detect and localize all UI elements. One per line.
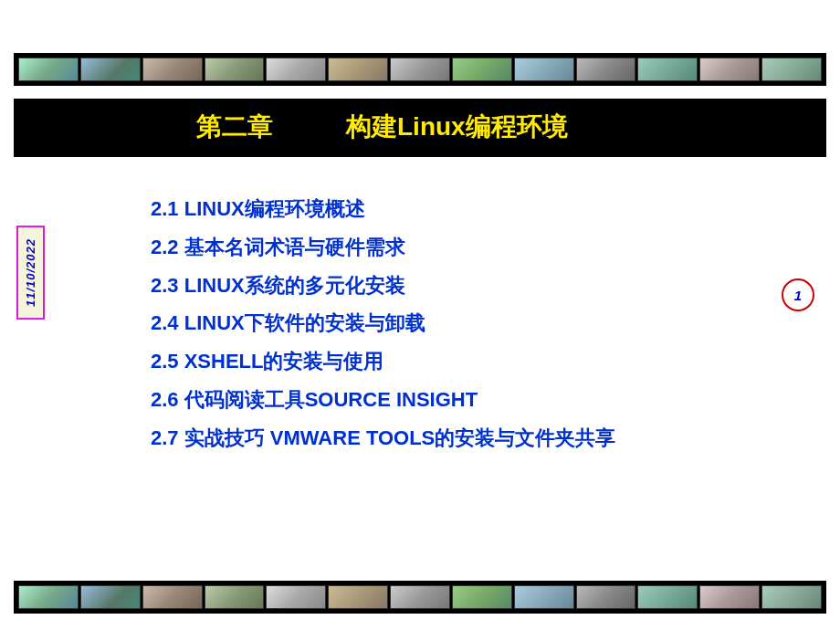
toc-item: 2.2 基本名词术语与硬件需求: [151, 228, 615, 267]
thumb: [514, 585, 574, 609]
toc-item: 2.4 LINUX下软件的安装与卸载: [151, 304, 615, 342]
filmstrip-top: [14, 53, 826, 86]
toc-item: 2.1 LINUX编程环境概述: [151, 190, 615, 228]
thumb: [637, 58, 698, 81]
thumb: [266, 585, 326, 609]
date-stamp: 11/10/2022: [16, 226, 45, 320]
thumb: [452, 585, 512, 609]
toc-item: 2.6 代码阅读工具SOURCE INSIGHT: [151, 381, 615, 419]
toc-item: 2.5 XSHELL的安装与使用: [151, 342, 615, 381]
thumb: [699, 58, 760, 81]
thumb: [699, 585, 760, 609]
page-number-badge: 1: [782, 278, 814, 311]
thumb: [80, 58, 141, 81]
thumb: [637, 585, 698, 609]
thumb: [80, 585, 141, 609]
chapter-title: 构建Linux编程环境: [346, 110, 568, 144]
table-of-contents: 2.1 LINUX编程环境概述 2.2 基本名词术语与硬件需求 2.3 LINU…: [151, 190, 615, 457]
thumb: [452, 58, 512, 81]
thumb: [205, 585, 265, 609]
thumb: [390, 58, 450, 81]
toc-item: 2.7 实战技巧 VMWARE TOOLS的安装与文件夹共享: [151, 419, 615, 457]
thumb: [761, 58, 822, 81]
thumb: [328, 585, 388, 609]
thumb: [761, 585, 822, 609]
filmstrip-bottom: [14, 581, 826, 614]
thumb: [328, 58, 388, 81]
chapter-header: 第二章 构建Linux编程环境: [14, 99, 826, 157]
thumb: [205, 58, 265, 81]
toc-item: 2.3 LINUX系统的多元化安装: [151, 267, 615, 305]
thumb: [576, 585, 636, 609]
chapter-number: 第二章: [196, 110, 273, 144]
thumb: [142, 58, 203, 81]
thumb: [18, 585, 79, 609]
thumb: [576, 58, 636, 81]
thumb: [514, 58, 574, 81]
thumb: [390, 585, 450, 609]
thumb: [142, 585, 203, 609]
thumb: [266, 58, 326, 81]
thumb: [18, 58, 79, 81]
